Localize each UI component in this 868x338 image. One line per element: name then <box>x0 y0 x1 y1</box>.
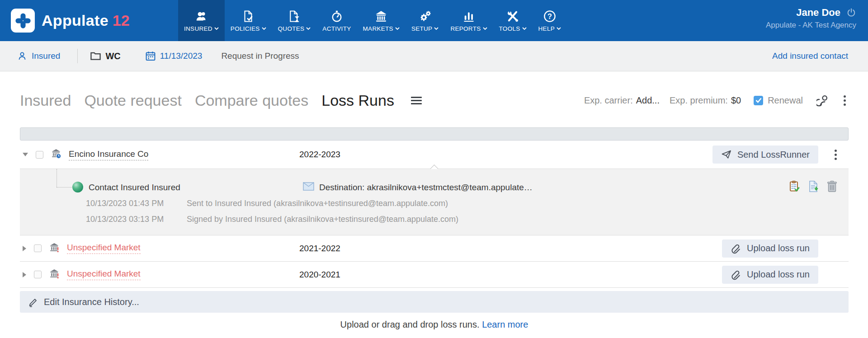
upload-loss-run-button[interactable]: Upload loss run <box>722 239 818 258</box>
menu-label: INSURED <box>184 25 212 32</box>
brand-name: Appulate <box>42 12 108 29</box>
tab-quote-request[interactable]: Quote request <box>84 92 181 109</box>
expiring-summary: Exp. carrier: Add... Exp. premium: $0 Re… <box>584 94 849 108</box>
user-agency: Appulate - AK Test Agency <box>766 21 856 30</box>
button-label: Upload loss run <box>747 269 810 280</box>
menu-quotes[interactable]: QUOTES <box>272 0 317 41</box>
chevron-down-icon <box>214 27 219 30</box>
upload-hint: Upload or drag and drop loss runs. Learn… <box>20 319 849 330</box>
menu-help[interactable]: ? HELP <box>533 0 567 41</box>
expand-caret-icon[interactable] <box>23 272 26 277</box>
loss-runs-table: Encino Insurance Co 2022-2023 Send LossR… <box>20 127 849 330</box>
tree-connector <box>57 187 72 188</box>
page-kebab-menu-icon[interactable] <box>841 94 849 108</box>
paperclip-icon <box>731 243 741 254</box>
menu-markets[interactable]: MARKETS <box>357 0 406 41</box>
button-label: Upload loss run <box>747 243 810 253</box>
learn-more-link[interactable]: Learn more <box>482 319 528 329</box>
svg-text:?: ? <box>547 12 552 20</box>
appulate-logo-icon <box>11 9 35 33</box>
activity-stopwatch-icon <box>330 9 344 23</box>
market-bank-warning-icon <box>49 243 61 254</box>
menu-label: SETUP <box>411 25 433 32</box>
market-link-unspecified[interactable]: Unspecified Market <box>67 243 141 254</box>
market-link[interactable]: Encino Insurance Co <box>69 149 148 160</box>
brand[interactable]: Appulate 12 <box>11 9 130 33</box>
chevron-down-icon <box>557 27 561 30</box>
menu-label: HELP <box>538 25 555 32</box>
brand-version: 12 <box>113 12 130 29</box>
top-navbar: Appulate 12 INSURED <box>0 0 868 41</box>
exp-carrier-value[interactable]: Add... <box>636 95 660 106</box>
menu-label: REPORTS <box>450 25 481 32</box>
chevron-down-icon <box>262 27 266 30</box>
edit-history-label: Edit Insurance History... <box>44 297 139 307</box>
assign-user-icon[interactable] <box>816 94 830 107</box>
chevron-down-icon <box>522 27 527 30</box>
exp-carrier-label: Exp. carrier: <box>584 95 633 106</box>
row-checkbox[interactable] <box>34 244 42 252</box>
menu-setup[interactable]: SETUP <box>406 0 445 41</box>
detail-title: Contact Insured Insured <box>89 183 180 192</box>
help-question-icon: ? <box>542 9 557 23</box>
upload-loss-run-button[interactable]: Upload loss run <box>722 266 818 284</box>
menu-label: ACTIVITY <box>322 25 351 32</box>
tab-insured[interactable]: Insured <box>20 92 71 109</box>
lossrunner-status-globe-icon <box>72 182 83 192</box>
collapse-caret-icon[interactable] <box>23 153 28 156</box>
edit-insurance-history-button[interactable]: Edit Insurance History... <box>20 291 849 313</box>
insured-people-icon <box>194 9 208 23</box>
context-insured-link[interactable]: Insured <box>32 51 60 61</box>
menu-activity[interactable]: ACTIVITY <box>316 0 357 41</box>
user-name[interactable]: Jane Doe <box>796 7 840 19</box>
menu-label: MARKETS <box>363 25 393 32</box>
row-kebab-menu-icon[interactable] <box>832 148 840 162</box>
markets-bank-icon <box>374 9 388 23</box>
chevron-down-icon <box>483 27 487 30</box>
destination-text: Destination: akrasilnikova+testmctest@te… <box>319 183 533 192</box>
paperclip-icon <box>731 269 741 280</box>
menu-reports[interactable]: REPORTS <box>444 0 493 41</box>
effective-date[interactable]: 11/13/2023 <box>160 51 203 61</box>
logout-power-icon[interactable] <box>846 8 856 18</box>
calendar-icon <box>145 51 156 61</box>
download-document-icon[interactable] <box>807 180 820 192</box>
policies-document-check-icon <box>241 9 255 23</box>
exp-premium-value[interactable]: $0 <box>731 95 741 106</box>
event-timestamp: 10/13/2023 03:13 PM <box>86 215 164 224</box>
row-checkbox[interactable] <box>36 151 43 159</box>
audit-log-clipboard-icon[interactable] <box>788 180 801 192</box>
tab-compare-quotes[interactable]: Compare quotes <box>195 92 308 109</box>
event-description: Sent to Insured Insured (akrasilnikova+t… <box>187 199 448 208</box>
envelope-icon <box>303 182 314 191</box>
chevron-down-icon <box>434 27 439 30</box>
button-label: Send LossRunner <box>737 150 810 160</box>
delete-trash-icon[interactable] <box>826 180 838 192</box>
table-row-2020-2021: Unspecified Market 2020-2021 Upload loss… <box>20 262 849 287</box>
menu-label: QUOTES <box>278 25 305 32</box>
tab-loss-runs[interactable]: Loss Runs <box>321 92 394 109</box>
market-link-unspecified[interactable]: Unspecified Market <box>67 269 141 280</box>
menu-insured[interactable]: INSURED <box>178 0 225 41</box>
upload-hint-text: Upload or drag and drop loss runs. <box>340 319 480 329</box>
line-of-business[interactable]: WC <box>105 51 120 61</box>
market-bank-clock-icon <box>51 149 62 160</box>
quotes-document-hourglass-icon <box>287 9 302 23</box>
expand-caret-icon[interactable] <box>23 246 26 251</box>
user-block: Jane Doe Appulate - AK Test Agency <box>766 7 856 30</box>
table-row-2021-2022: Unspecified Market 2021-2022 Upload loss… <box>20 235 849 261</box>
menu-policies[interactable]: POLICIES <box>225 0 272 41</box>
lossrunner-detail-panel: Contact Insured Insured Destination: akr… <box>20 169 849 235</box>
menu-tools[interactable]: TOOLS <box>493 0 533 41</box>
tabs-menu-icon[interactable] <box>411 95 422 106</box>
renewal-checkbox[interactable] <box>754 96 763 105</box>
table-header-strip <box>20 127 849 141</box>
row-checkbox[interactable] <box>34 271 42 278</box>
event-timestamp: 10/13/2023 01:43 PM <box>86 199 164 208</box>
send-lossrunner-button[interactable]: Send LossRunner <box>712 146 818 164</box>
chevron-down-icon <box>395 27 400 30</box>
folder-icon <box>90 52 101 61</box>
add-insured-contact-link[interactable]: Add insured contact <box>772 51 848 61</box>
chevron-down-icon <box>306 27 311 30</box>
send-icon <box>721 150 732 160</box>
